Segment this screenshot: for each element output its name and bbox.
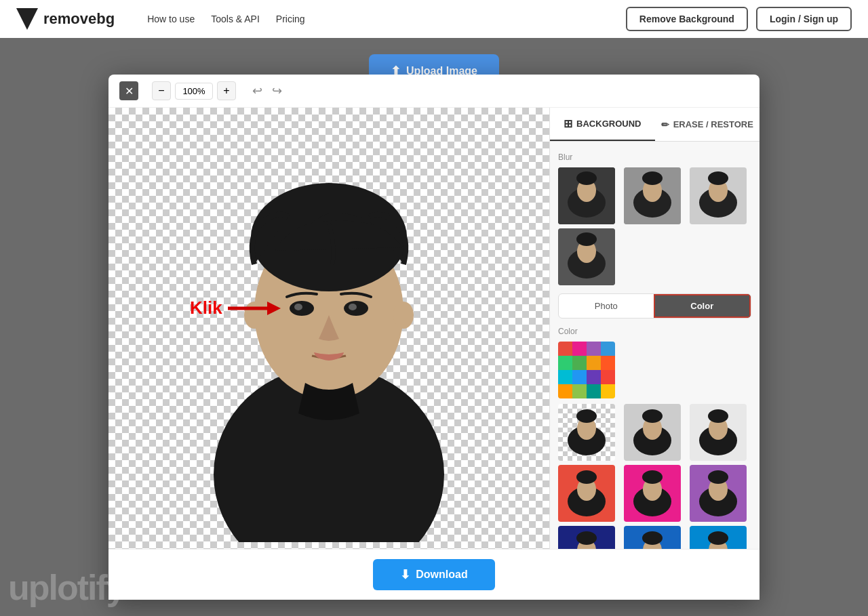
svg-point-55 [576, 470, 597, 484]
klik-label: Klik [190, 297, 222, 319]
nav-item-pricing[interactable]: Pricing [276, 14, 305, 24]
svg-rect-30 [587, 342, 601, 356]
download-label: Download [416, 569, 467, 581]
svg-point-70 [708, 531, 728, 545]
color-thumb-blue[interactable] [624, 526, 681, 549]
navbar: removebg How to use Tools & API Pricing … [0, 0, 868, 38]
svg-rect-41 [572, 384, 587, 398]
blur-thumb-1[interactable] [558, 167, 615, 224]
zoom-out-button[interactable]: − [152, 81, 171, 100]
color-thumb-gray[interactable] [624, 404, 681, 461]
svg-rect-29 [572, 342, 587, 356]
color-label: Color [558, 327, 751, 336]
svg-rect-43 [601, 384, 615, 398]
erase-icon: ✏ [661, 119, 669, 130]
modal-footer: ⬇ Download [108, 549, 760, 600]
color-thumb-lightblue[interactable] [690, 526, 747, 549]
svg-point-6 [294, 304, 302, 310]
watermark: uplotify [8, 567, 125, 608]
color-thumbnails-grid [558, 404, 751, 549]
svg-point-19 [642, 171, 663, 185]
login-signup-button[interactable]: Login / Sign up [756, 7, 852, 31]
modal-body: Klik ⊞ BACKGROUND ✏ E [108, 108, 760, 549]
svg-point-46 [576, 409, 597, 423]
tab-background[interactable]: ⊞ BACKGROUND [550, 108, 655, 141]
svg-point-15 [576, 171, 597, 185]
blur-thumb-4[interactable] [558, 228, 615, 285]
color-thumb-purple[interactable] [690, 465, 747, 522]
svg-point-7 [349, 304, 357, 310]
nav-item-how-to-use[interactable]: How to use [147, 14, 195, 24]
svg-rect-38 [587, 370, 601, 384]
tab-erase-label: ERASE / RESTORE [673, 119, 753, 129]
svg-rect-35 [601, 356, 615, 370]
svg-point-27 [576, 232, 597, 246]
svg-rect-39 [601, 370, 615, 384]
svg-point-61 [708, 470, 728, 484]
subject-silhouette [186, 115, 471, 542]
svg-rect-32 [558, 356, 572, 370]
image-canvas: Klik [108, 108, 549, 549]
remove-background-button[interactable]: Remove Background [626, 7, 748, 31]
svg-point-49 [642, 409, 663, 423]
photo-color-toggle: Photo Color [558, 293, 751, 319]
logo[interactable]: removebg [16, 8, 115, 30]
svg-rect-31 [601, 342, 615, 356]
zoom-in-button[interactable]: + [217, 81, 236, 100]
modal-header: ✕ − + ↩ ↪ [108, 75, 760, 108]
svg-point-52 [708, 409, 728, 423]
svg-rect-28 [558, 342, 572, 356]
klik-arrow-icon [228, 299, 282, 318]
svg-rect-34 [587, 356, 601, 370]
svg-rect-40 [558, 384, 572, 398]
layers-icon: ⊞ [564, 117, 572, 130]
sidebar-tabs: ⊞ BACKGROUND ✏ ERASE / RESTORE [550, 108, 760, 142]
sidebar-scroll-area[interactable]: Blur [550, 142, 760, 549]
color-thumb-hotpink[interactable] [624, 465, 681, 522]
svg-point-58 [642, 470, 663, 484]
zoom-controls: − + [152, 81, 236, 100]
klik-annotation: Klik [190, 297, 282, 319]
blur-thumbnails [558, 167, 751, 285]
color-thumb-red[interactable] [558, 465, 615, 522]
tab-erase-restore[interactable]: ✏ ERASE / RESTORE [655, 108, 760, 141]
undo-button[interactable]: ↩ [250, 82, 265, 100]
zoom-input[interactable] [175, 83, 213, 100]
svg-rect-33 [572, 356, 587, 370]
close-button[interactable]: ✕ [119, 81, 138, 100]
photo-toggle-btn[interactable]: Photo [559, 294, 654, 318]
svg-point-9 [393, 302, 414, 329]
color-thumb-darkblue[interactable] [558, 526, 615, 549]
svg-point-67 [642, 531, 663, 545]
redo-button[interactable]: ↪ [269, 82, 285, 100]
color-section: Color [558, 327, 751, 549]
svg-marker-11 [267, 302, 281, 315]
sidebar: ⊞ BACKGROUND ✏ ERASE / RESTORE Blur [549, 108, 760, 549]
svg-point-23 [708, 171, 728, 185]
color-toggle-btn[interactable]: Color [654, 294, 751, 318]
editor-modal: ✕ − + ↩ ↪ [108, 75, 760, 600]
blur-label: Blur [558, 152, 751, 162]
svg-point-64 [576, 531, 597, 545]
nav-item-tools-api[interactable]: Tools & API [211, 14, 260, 24]
tab-background-label: BACKGROUND [576, 119, 641, 129]
svg-rect-36 [558, 370, 572, 384]
download-icon: ⬇ [400, 567, 410, 582]
color-thumb-transparent[interactable] [558, 404, 615, 461]
svg-rect-42 [587, 384, 601, 398]
color-swatch-palette [558, 342, 751, 398]
logo-icon [16, 8, 38, 30]
navbar-actions: Remove Background Login / Sign up [626, 7, 852, 31]
modal-overlay: ✕ − + ↩ ↪ [0, 0, 868, 616]
history-buttons: ↩ ↪ [250, 82, 285, 100]
color-thumb-white[interactable] [690, 404, 747, 461]
logo-text: removebg [43, 10, 115, 28]
color-palette-swatch[interactable] [558, 342, 615, 398]
blur-thumb-2[interactable] [624, 167, 681, 224]
download-button[interactable]: ⬇ Download [373, 559, 494, 590]
svg-rect-37 [572, 370, 587, 384]
blur-thumb-3[interactable] [690, 167, 747, 224]
nav-links: How to use Tools & API Pricing [147, 14, 304, 24]
